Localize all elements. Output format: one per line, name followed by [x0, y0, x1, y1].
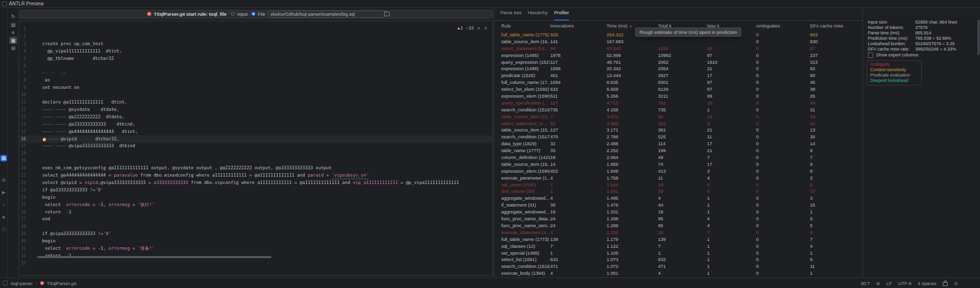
input-radio[interactable] [231, 12, 235, 16]
code-line-20[interactable]: 20exec nb_com_getsysconfig @a11111111111… [19, 164, 492, 172]
col-invocations[interactable]: Invocations [550, 20, 607, 31]
profiler-row[interactable]: func_proc_name_serv...241.28995405 [494, 222, 863, 229]
inspections-widget[interactable]: ▲2 ✓23 ∧ ∨ [457, 26, 489, 32]
profiler-row[interactable]: aggregate_windowed...41.4954103 [494, 195, 863, 202]
notifications-icon[interactable]: ⊙ [954, 281, 958, 286]
status-file[interactable]: TSqlParser.g4 [47, 281, 76, 286]
code-line-3[interactable]: 3create proc up_com_test [19, 40, 492, 48]
code-line-27[interactable]: 27end [19, 215, 492, 223]
profiler-row[interactable]: execute_body (1394)41.0014101 [494, 270, 863, 277]
col-dfa-cache-miss[interactable]: DFA cache miss [810, 20, 863, 31]
code-line-1[interactable]: 1 [19, 26, 492, 33]
horizontal-scrollbar[interactable] [37, 256, 271, 258]
code-line-21[interactable]: 21select @a444444444444444 = paravalue f… [19, 172, 492, 179]
profiler-row[interactable]: func_proc_name_data...241.29895405 [494, 215, 863, 222]
profiler-row[interactable]: table_source_item (15...1273.17138121013 [494, 127, 863, 133]
code-line-19[interactable]: 19 [19, 157, 492, 164]
code-line-28[interactable]: 28 [19, 223, 492, 230]
profiler-row[interactable]: expression_elem (1589)4021.948413308 [494, 168, 863, 175]
antlr-preview-icon[interactable]: ▤ [0, 155, 7, 161]
profiler-row[interactable]: expression_elem (1590)6115.266321199026 [494, 93, 863, 100]
profiler-row[interactable]: search_condition (1516)4711.0724711011 [494, 263, 863, 270]
code-line-5[interactable]: 5 @p_tblname dtchar32 [19, 55, 492, 62]
profiler-row[interactable]: set_special (1485)11.1051101 [494, 250, 863, 257]
code-line-30[interactable]: 30begin [19, 237, 492, 245]
expert-columns-checkbox[interactable] [868, 52, 873, 58]
profiler-mode-icon[interactable]: ▦ [9, 37, 17, 44]
tool-window-icon-b[interactable]: ▶ [0, 189, 7, 196]
code-line-15[interactable]: 15———— ———— @a444444444444444 dtint, [19, 128, 492, 135]
profiler-row[interactable]: query_specification (...1174.71275218044 [494, 100, 863, 106]
test-rule-icon[interactable]: ≡ [9, 29, 17, 36]
profiler-row[interactable]: expression (1498)199820.342206421082 [494, 65, 863, 72]
col-ambiguities[interactable]: Ambiguities [756, 20, 810, 31]
refresh-icon[interactable]: ↻ [9, 13, 17, 20]
tool-window-icon-d[interactable]: ◈ [0, 214, 7, 220]
tab-hierarchy[interactable]: Hierarchy [528, 10, 548, 20]
code-editor[interactable]: 123create proc up_com_test4 @p_vipa11111… [19, 21, 493, 276]
profiler-row[interactable]: table_name (1777)332.2521992109 [494, 147, 863, 154]
profiler-row[interactable]: dml_clause (38)21.551338010 [494, 188, 863, 195]
stats-scrollbar[interactable] [978, 20, 980, 55]
profiler-row[interactable]: select_statement_st...603.6853229041 [494, 120, 863, 127]
profiler-row[interactable]: query_expression (1527)11748.76120621910… [494, 59, 863, 66]
file-radio[interactable] [251, 12, 255, 16]
profiler-row[interactable]: sql_union (1540)11.64816506 [494, 182, 863, 188]
profiler-row[interactable]: if_statement (31)351.476441015 [494, 202, 863, 209]
code-line-29[interactable]: 29if @vipa333333333333 !='0' [19, 230, 492, 237]
profiler-row[interactable]: table_source_item (15...73.9715614019 [494, 113, 863, 120]
intention-bulb-icon[interactable] [42, 136, 48, 140]
file-path-input[interactable]: ebelice/Github/tsql-parser/examples/big.… [268, 11, 385, 18]
code-line-33[interactable]: 33 [19, 260, 492, 267]
status-encoding[interactable]: UTF-8 [898, 281, 911, 286]
input-radio-label[interactable]: Input [237, 11, 247, 17]
code-line-6[interactable]: 6 [19, 62, 492, 70]
profiler-row[interactable]: execute_statement (4...41.23218709 [494, 229, 863, 236]
profiler-row[interactable]: full_column_name (17...10948.63583019704… [494, 79, 863, 86]
code-line-10[interactable]: 10 [19, 91, 492, 99]
tab-profiler[interactable]: Profiler [554, 10, 569, 21]
profiler-row[interactable]: search_condition (1517)4702.78652511030 [494, 133, 863, 140]
file-radio-label[interactable]: File [258, 11, 265, 17]
highlight-level-icon[interactable]: ⊘ [876, 281, 880, 286]
code-line-11[interactable]: 11declare @a1111111111111 dtint, [19, 99, 492, 106]
profiler-row[interactable]: aggregate_windowed...181.33118101 [494, 209, 863, 215]
tab-parse-tree[interactable]: Parse tree [500, 10, 522, 20]
code-line-8[interactable]: 8 as [19, 77, 492, 84]
write-access-lock-icon[interactable] [943, 282, 948, 286]
grid-icon[interactable]: ⊞ [9, 45, 17, 52]
code-line-16[interactable]: 16———— @vipid dtchar32, [19, 135, 492, 143]
profiler-row[interactable]: select_statement (14...9463.542118418097 [494, 45, 863, 52]
profiler-row[interactable]: table_source_item (15...141.959741708 [494, 161, 863, 168]
code-line-26[interactable]: 26 return -1 [19, 209, 492, 216]
profiler-row[interactable]: full_table_name (1773)1391.179139107 [494, 236, 863, 243]
tool-window-icon-e[interactable]: ◻ [0, 226, 7, 233]
code-line-7[interactable]: 7-- -- -- [19, 69, 492, 77]
code-line-17[interactable]: 17———— ———— @vipa333333333333 dtkind [19, 142, 492, 150]
code-line-4[interactable]: 4 @p_vipa1111111111111 dtint, [19, 48, 492, 55]
profiler-row[interactable]: execute_parameter (1...41.75811403 [494, 175, 863, 182]
code-line-18[interactable]: 18 [19, 150, 492, 157]
profiler-row[interactable]: select_list_elem (1592)6326.669612997038 [494, 86, 863, 93]
profiler-row[interactable]: search_condition (1519)7354.1587351031 [494, 106, 863, 113]
code-line-13[interactable]: 13———— ———— @a2222222222 dtdate, [19, 113, 492, 121]
code-line-22[interactable]: 22select @vipid = vipid,@vipa33333333333… [19, 179, 492, 186]
profiler-row[interactable]: predicate (1525)46113.444292717080 [494, 72, 863, 79]
browse-folder-icon[interactable] [384, 12, 390, 16]
prev-next-chevron-icons[interactable]: ∧ ∨ [477, 26, 489, 30]
profiler-row[interactable]: expression (1495)197852.99910982970237 [494, 52, 863, 59]
profiler-row[interactable]: select_list (1581)6321.073632106 [494, 256, 863, 263]
start-rule-icon[interactable]: ▤ [9, 21, 17, 28]
code-line-12[interactable]: 12———— ———— @sysdate dtdate, [19, 106, 492, 113]
expert-columns-label[interactable]: Show expert columns [876, 52, 918, 58]
code-line-31[interactable]: 31 select errorcode = -1, errormsg = '准备… [19, 245, 492, 252]
code-line-25[interactable]: 25 select errorcode = -1, errormsg = '执行… [19, 201, 492, 209]
code-line-9[interactable]: 9set nocount on [19, 84, 492, 91]
status-indent[interactable]: 4 spaces [918, 281, 936, 286]
code-line-14[interactable]: 14———— ———— @a333333333333 dtkind, [19, 121, 492, 128]
status-caret-position[interactable]: 30:7 [861, 281, 870, 286]
status-project[interactable]: tsql-parser [11, 281, 33, 286]
tool-window-icon-c[interactable]: ⌗ [0, 202, 7, 208]
code-line-23[interactable]: 23if @a333333333333 !='0' [19, 186, 492, 194]
profiler-row[interactable]: table_source_item (16...141167.9830830 [494, 38, 863, 45]
